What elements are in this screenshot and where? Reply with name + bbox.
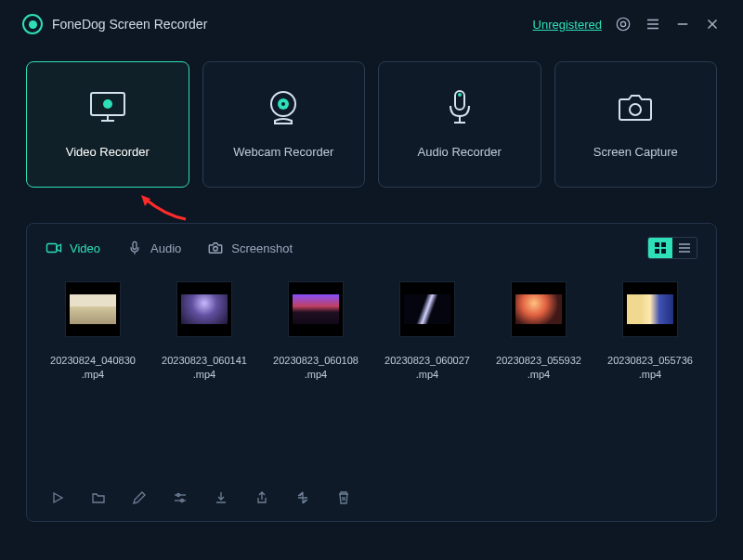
webcam-icon xyxy=(264,91,303,124)
header-left: FoneDog Screen Recorder xyxy=(22,14,207,34)
header-right: Unregistered xyxy=(533,16,721,33)
tab-video[interactable]: Video xyxy=(46,241,100,255)
file-name: 20230824_040830.mp4 xyxy=(49,354,137,383)
mode-webcam-recorder[interactable]: Webcam Recorder xyxy=(202,61,366,188)
tab-label: Video xyxy=(70,241,100,255)
list-view-button[interactable] xyxy=(672,238,697,258)
share-button[interactable] xyxy=(254,489,270,506)
svg-point-23 xyxy=(214,247,218,252)
mode-label: Audio Recorder xyxy=(418,145,502,159)
monitor-icon xyxy=(88,91,127,124)
camera-icon xyxy=(616,91,655,124)
file-name: 20230823_055736.mp4 xyxy=(606,354,694,383)
file-name: 20230823_060141.mp4 xyxy=(161,354,248,383)
svg-rect-26 xyxy=(655,249,659,254)
svg-rect-25 xyxy=(661,242,666,247)
settings-icon[interactable] xyxy=(615,16,632,33)
tab-label: Audio xyxy=(150,241,181,255)
file-name: 20230823_060027.mp4 xyxy=(384,354,471,383)
convert-button[interactable] xyxy=(294,489,311,506)
file-thumbnail xyxy=(622,281,678,337)
download-button[interactable] xyxy=(213,489,229,506)
file-thumbnail xyxy=(399,281,455,337)
svg-point-19 xyxy=(630,104,641,115)
mode-label: Screen Capture xyxy=(593,145,678,159)
mode-grid: Video Recorder Webcam Recorder Audio Rec… xyxy=(0,45,743,191)
svg-rect-24 xyxy=(655,242,659,247)
annotation-arrow-icon xyxy=(137,193,189,223)
file-thumbnail xyxy=(176,281,232,337)
file-thumbnail xyxy=(65,281,121,337)
close-icon[interactable] xyxy=(704,16,721,33)
tab-audio[interactable]: Audio xyxy=(126,241,181,255)
file-name: 20230823_060108.mp4 xyxy=(272,354,359,383)
play-button[interactable] xyxy=(49,489,66,506)
folder-button[interactable] xyxy=(90,489,107,506)
file-item[interactable]: 20230823_060027.mp4 xyxy=(384,281,471,471)
svg-point-9 xyxy=(103,99,112,109)
svg-point-14 xyxy=(281,102,285,106)
tab-label: Screenshot xyxy=(231,241,293,255)
svg-rect-27 xyxy=(661,249,666,254)
file-item[interactable]: 20230823_060108.mp4 xyxy=(272,281,359,471)
file-item[interactable]: 20230823_060141.mp4 xyxy=(161,281,248,471)
media-toolbar xyxy=(27,478,716,521)
panel-tabs: Video Audio Screenshot xyxy=(27,224,716,268)
header: FoneDog Screen Recorder Unregistered xyxy=(0,0,743,45)
file-thumbnail xyxy=(288,281,344,337)
menu-icon[interactable] xyxy=(645,16,661,33)
mode-label: Video Recorder xyxy=(66,145,150,159)
media-panel: Video Audio Screenshot 20230824_040830.m… xyxy=(26,223,717,522)
delete-button[interactable] xyxy=(335,489,352,506)
mic-icon xyxy=(440,91,479,124)
mode-label: Webcam Recorder xyxy=(233,145,333,159)
svg-rect-21 xyxy=(133,241,137,249)
file-item[interactable]: 20230823_055736.mp4 xyxy=(606,281,694,471)
file-name: 20230823_055932.mp4 xyxy=(495,354,582,383)
tab-screenshot[interactable]: Screenshot xyxy=(207,241,293,255)
svg-point-0 xyxy=(617,18,630,31)
svg-point-16 xyxy=(458,93,462,97)
file-item[interactable]: 20230823_055932.mp4 xyxy=(495,281,582,471)
edit-button[interactable] xyxy=(131,489,148,506)
file-grid: 20230824_040830.mp4 20230823_060141.mp4 … xyxy=(27,268,716,478)
sliders-button[interactable] xyxy=(172,489,189,506)
mode-video-recorder[interactable]: Video Recorder xyxy=(26,61,189,188)
unregistered-link[interactable]: Unregistered xyxy=(533,18,602,32)
file-thumbnail xyxy=(511,281,567,337)
file-item[interactable]: 20230824_040830.mp4 xyxy=(49,281,137,471)
grid-view-button[interactable] xyxy=(648,238,672,258)
svg-rect-20 xyxy=(47,244,58,253)
app-title: FoneDog Screen Recorder xyxy=(52,17,207,32)
mode-screen-capture[interactable]: Screen Capture xyxy=(554,61,718,188)
view-toggle xyxy=(647,237,697,259)
mode-audio-recorder[interactable]: Audio Recorder xyxy=(378,61,541,188)
svg-point-1 xyxy=(620,21,625,26)
minimize-icon[interactable] xyxy=(674,16,691,33)
app-logo-icon xyxy=(22,14,43,34)
